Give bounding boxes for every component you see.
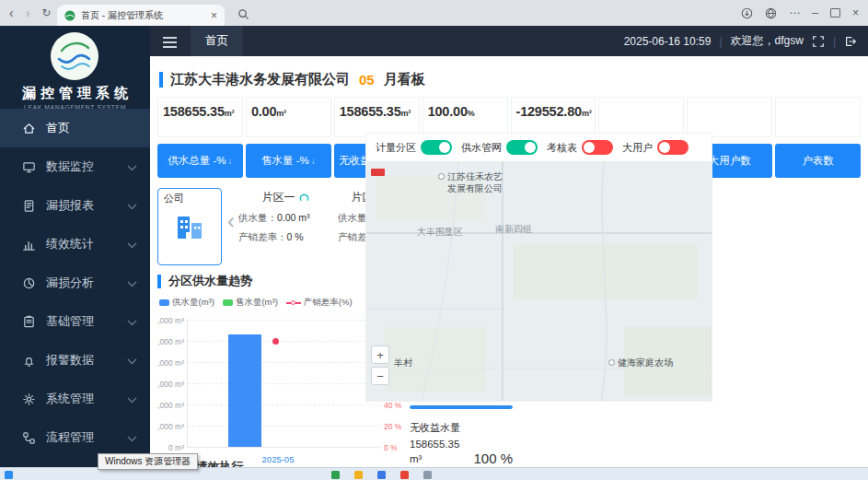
window-close-icon[interactable]: × (852, 6, 859, 19)
chevron-down-icon (128, 277, 137, 287)
legend-swatch (159, 299, 169, 306)
y-axis-label: ,000 m³ (157, 422, 184, 431)
sidebar-item-system-management[interactable]: 系统管理 (0, 380, 150, 418)
search-icon (237, 8, 249, 20)
stat-large-user: -129552.80m³ (511, 97, 596, 137)
gridline (188, 341, 381, 342)
stats-row: 158655.35m³ 0.00m³ 158655.35m³ 100.00% -… (157, 97, 861, 137)
gauge-icon (299, 193, 309, 203)
browser-bar: ‹ › ↻ 首页 - 漏控管理系统 × ⋯ – × (0, 0, 868, 26)
gridline (188, 320, 381, 321)
section-accent-bar (157, 275, 161, 288)
y-axis-label-right: 0 % (384, 443, 398, 452)
browser-refresh-icon[interactable]: ↻ (41, 6, 51, 19)
sidebar-item-leak-report[interactable]: 漏损报表 (0, 186, 150, 225)
map-zoom-controls: + − (371, 345, 389, 385)
map-canvas[interactable]: 江苏佳禾农艺发展有限公司 大丰围垦区 南新四组 羊村 健海家庭农场 + − (366, 161, 712, 401)
trend-bar-supply[interactable] (228, 334, 261, 447)
globe-icon[interactable] (765, 7, 777, 19)
zone-card[interactable]: 片区一 供水量：0.00 m³ 产销差率：0 % (238, 190, 332, 244)
progress-track (410, 405, 513, 409)
sidebar-item-label: 系统管理 (46, 391, 94, 407)
home-icon (22, 122, 36, 135)
window-restore-icon[interactable] (830, 8, 840, 18)
zoom-out-button[interactable]: − (371, 367, 389, 385)
browser-menu-icon[interactable]: ⋯ (789, 6, 800, 19)
sidebar-item-alarm-data[interactable]: 报警数据 (0, 341, 150, 380)
toggle-supply-network: 供水管网 (461, 140, 538, 155)
stat-nrw-volume: 158655.35m³ (334, 97, 420, 137)
metric-button-meter-count[interactable]: 户表数 (775, 144, 861, 178)
gridline (188, 404, 381, 405)
sidebar-item-basic-management[interactable]: 基础管理 (0, 302, 150, 341)
y-axis-label-right: 40 % (384, 401, 401, 410)
map-place-label: 江苏佳禾农艺发展有限公司 (438, 170, 508, 194)
trend-title: 分区供水量趋势 (168, 273, 252, 289)
sidebar-item-leak-analysis[interactable]: 漏损分析 (0, 263, 150, 302)
map-red-marker[interactable] (371, 169, 385, 176)
board-suffix: 月看板 (384, 71, 425, 88)
company-name: 江苏大丰港水务发展有限公司 (170, 71, 350, 88)
sidebar-menu: 首页 数据监控 漏损报表 绩效统计 漏损分析 基础管理 报警数据 系统管理 (0, 109, 150, 480)
tab-close-icon[interactable]: × (211, 9, 217, 22)
toggle-metering-zone: 计量分区 (376, 140, 452, 155)
sidebar-item-data-monitor[interactable]: 数据监控 (0, 147, 150, 186)
header-divider: | (833, 35, 836, 48)
taskbar-app-icon[interactable] (354, 471, 363, 479)
legend-nrw-rate[interactable]: 产销差率(%) (286, 297, 353, 309)
gridline (188, 426, 381, 427)
chevron-down-icon (128, 432, 137, 441)
sort-down-icon: ↓ (311, 155, 316, 167)
header-tab-home[interactable]: 首页 (191, 26, 243, 56)
monitor-icon (22, 160, 36, 174)
start-button-icon[interactable] (5, 471, 13, 479)
trend-dot-nrw[interactable] (272, 338, 279, 345)
taskbar-app-icon[interactable] (377, 471, 386, 479)
sidebar-item-label: 绩效统计 (46, 236, 94, 252)
logout-icon[interactable] (844, 35, 857, 48)
toggle-switch[interactable] (421, 140, 452, 155)
sidebar-collapse-icon[interactable] (163, 37, 177, 48)
header-divider: | (719, 35, 722, 48)
gridline (188, 383, 381, 384)
sidebar-item-home[interactable]: 首页 (0, 109, 150, 147)
legend-supply[interactable]: 供水量(m³) (159, 297, 214, 309)
place-marker-icon (608, 359, 615, 366)
metric-button-total-supply[interactable]: 供水总量 -%↓ (157, 144, 243, 178)
legend-sales[interactable]: 售水量(m³) (223, 297, 278, 309)
bar-chart-icon (22, 238, 36, 252)
browser-search-button[interactable] (232, 6, 254, 21)
sidebar-item-label: 首页 (46, 120, 70, 136)
taskbar-app-icon[interactable] (331, 471, 340, 479)
sidebar-item-label: 流程管理 (46, 429, 94, 446)
toggle-switch[interactable] (506, 140, 538, 155)
legend-swatch (223, 299, 233, 306)
metric-button-sales[interactable]: 售水量 -%↓ (246, 144, 331, 178)
map-place-label: 大丰围垦区 (417, 226, 463, 238)
toggle-switch[interactable] (582, 140, 613, 155)
chevron-down-icon (128, 393, 137, 403)
stat-total-supply: 158655.35m³ (157, 97, 243, 137)
plot-area (187, 320, 381, 448)
browser-tab[interactable]: 首页 - 漏控管理系统 × (57, 5, 225, 26)
taskbar-app-icon[interactable] (400, 471, 409, 479)
stat-meter-count (775, 97, 861, 137)
bell-icon (22, 354, 36, 368)
taskbar-app-icon[interactable] (423, 471, 432, 479)
window-minimize-icon[interactable]: – (812, 6, 818, 19)
fullscreen-icon[interactable] (812, 35, 825, 48)
company-card[interactable]: 公司 (157, 188, 222, 265)
y-axis-label: ,000 m³ (157, 337, 184, 346)
sidebar: 漏控管理系统 LEAK MANAGEMENT SYSTEM 首页 数据监控 漏损… (0, 26, 150, 480)
cards-prev-icon[interactable]: ‹ (227, 208, 235, 234)
browser-forward-icon[interactable]: › (26, 6, 30, 20)
download-icon[interactable] (741, 7, 753, 19)
sidebar-item-process-management[interactable]: 流程管理 (0, 418, 150, 457)
y-axis-label: ,000 m³ (157, 358, 184, 368)
taskbar-tooltip: Windows 资源管理器 (98, 453, 198, 470)
place-marker-icon (438, 173, 445, 180)
toggle-switch[interactable] (657, 140, 689, 155)
browser-back-icon[interactable]: ‹ (9, 6, 14, 20)
sidebar-item-performance-stats[interactable]: 绩效统计 (0, 225, 150, 263)
zoom-in-button[interactable]: + (371, 345, 389, 364)
